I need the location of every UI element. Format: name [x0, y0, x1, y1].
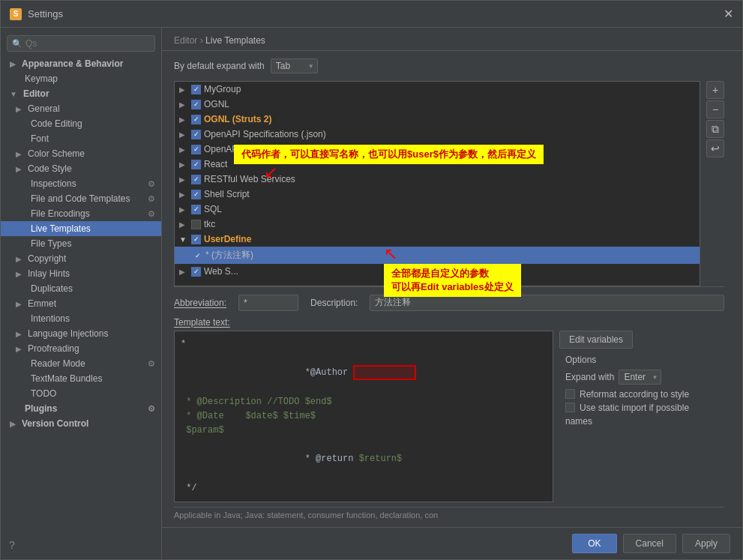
ok-button[interactable]: OK: [572, 534, 616, 553]
sidebar-item-emmet[interactable]: ▶ Emmet: [1, 296, 161, 311]
checkbox-openapi-json[interactable]: [191, 130, 201, 139]
checkbox-react[interactable]: [191, 160, 201, 169]
template-group-sql[interactable]: ▶ SQL: [175, 202, 700, 217]
sidebar-item-inspections[interactable]: Inspections ⚙: [1, 176, 161, 191]
sidebar-item-font[interactable]: Font: [1, 131, 161, 146]
reformat-row: Reformat according to style: [565, 389, 724, 400]
sidebar-item-keymap[interactable]: Keymap: [1, 71, 161, 86]
sidebar-label-keymap: Keymap: [25, 73, 58, 84]
expand-with-select[interactable]: Tab Enter Space: [271, 58, 318, 73]
checkbox-restful[interactable]: [191, 175, 201, 184]
sidebar-item-language-injections[interactable]: ▶ Language Injections: [1, 326, 161, 341]
add-template-button[interactable]: +: [706, 81, 724, 99]
templates-list: ▶ MyGroup ▶ OGNL: [174, 81, 700, 286]
reader-mode-badge-icon: ⚙: [148, 359, 155, 369]
template-group-tkc[interactable]: ▶ tkc: [175, 217, 700, 232]
breadcrumb-parent: Editor: [174, 35, 197, 46]
search-box[interactable]: 🔍: [7, 35, 155, 52]
sidebar-item-code-style[interactable]: ▶ Code Style: [1, 161, 161, 176]
expand-proof-icon: ▶: [16, 345, 22, 353]
apply-button[interactable]: Apply: [682, 534, 730, 553]
sidebar-item-plugins[interactable]: Plugins ⚙: [1, 401, 161, 416]
expand-label: By default expand with: [174, 61, 265, 71]
file-code-badge-icon: ⚙: [148, 194, 155, 204]
template-group-mygroup[interactable]: ▶ MyGroup: [175, 82, 700, 97]
sidebar-item-reader-mode[interactable]: Reader Mode ⚙: [1, 356, 161, 371]
sidebar-label-code-style: Code Style: [28, 163, 72, 174]
options-section: Options Expand with Enter Tab: [565, 355, 724, 430]
sidebar-item-textmate-bundles[interactable]: TextMate Bundles: [1, 371, 161, 386]
sidebar-label-plugins: Plugins: [25, 403, 57, 414]
collapse-arrow-icon: ▶: [10, 60, 16, 68]
sidebar-label-language-injections: Language Injections: [28, 328, 108, 339]
main-panel: Editor › Live Templates By default expan…: [162, 28, 742, 559]
sidebar-item-file-types[interactable]: File Types: [1, 236, 161, 251]
template-group-ognl-struts[interactable]: ▶ OGNL (Struts 2): [175, 112, 700, 127]
description-input[interactable]: [370, 295, 724, 311]
template-group-shell[interactable]: ▶ Shell Script: [175, 187, 700, 202]
code-line-1: *: [181, 337, 547, 352]
template-group-react[interactable]: ▶ React: [175, 157, 700, 172]
checkbox-openapi-yaml[interactable]: [191, 145, 201, 154]
sidebar-label-color-scheme: Color Scheme: [28, 148, 85, 159]
expand-vc-icon: ▶: [10, 420, 16, 428]
abbreviation-input[interactable]: [238, 295, 298, 311]
group-label-sql: SQL: [204, 204, 222, 214]
checkbox-ognl-struts[interactable]: [191, 115, 201, 124]
checkbox-sql[interactable]: [191, 205, 201, 214]
template-group-userdefine[interactable]: ▼ UserDefine: [175, 232, 700, 247]
copy-template-button[interactable]: ⧉: [706, 120, 724, 138]
breadcrumb: Editor › Live Templates: [162, 28, 742, 51]
sidebar-item-todo[interactable]: TODO: [1, 386, 161, 401]
expand-with-options-select[interactable]: Enter Tab: [619, 370, 661, 385]
checkbox-tkc[interactable]: [191, 220, 201, 229]
sidebar-item-file-code-templates[interactable]: File and Code Templates ⚙: [1, 191, 161, 206]
sidebar-item-copyright[interactable]: ▶ Copyright: [1, 251, 161, 266]
sidebar-item-code-editing[interactable]: Code Editing: [1, 116, 161, 131]
checkbox-method-comment[interactable]: [193, 250, 202, 260]
code-editor[interactable]: * *@Author * @Description //TODO $end$ *…: [174, 331, 553, 502]
sidebar-label-editor: Editor: [23, 88, 49, 99]
arrow-sql-icon: ▶: [179, 205, 188, 214]
template-group-web[interactable]: ▶ Web S...: [175, 264, 700, 279]
static-import-checkbox[interactable]: [565, 403, 575, 412]
help-button[interactable]: ?: [9, 539, 15, 551]
checkbox-userdefine[interactable]: [191, 235, 201, 244]
arrow-restful-icon: ▶: [179, 175, 188, 184]
checkbox-mygroup[interactable]: [191, 85, 201, 94]
sidebar-item-color-scheme[interactable]: ▶ Color Scheme: [1, 146, 161, 161]
remove-template-button[interactable]: −: [706, 100, 724, 118]
checkbox-shell[interactable]: [191, 190, 201, 199]
sidebar-item-duplicates[interactable]: Duplicates: [1, 281, 161, 296]
search-input[interactable]: [25, 38, 150, 49]
plugins-badge-icon: ⚙: [148, 404, 155, 414]
author-input-box[interactable]: [353, 365, 415, 380]
sidebar-label-intentions: Intentions: [31, 313, 70, 324]
sidebar-item-general[interactable]: ▶ General: [1, 101, 161, 116]
sidebar-item-proofreading[interactable]: ▶ Proofreading: [1, 341, 161, 356]
template-group-openapi-yaml[interactable]: ▶ OpenAPI Specifications (.yaml): [175, 142, 700, 157]
template-group-restful[interactable]: ▶ RESTful Web Services: [175, 172, 700, 187]
close-button[interactable]: ✕: [724, 7, 733, 21]
sidebar-item-file-encodings[interactable]: File Encodings ⚙: [1, 206, 161, 221]
sidebar-label-general: General: [28, 103, 60, 114]
template-group-openapi-json[interactable]: ▶ OpenAPI Specifications (.json): [175, 127, 700, 142]
checkbox-ognl[interactable]: [191, 100, 201, 109]
sidebar-item-live-templates[interactable]: Live Templates: [1, 221, 161, 236]
undo-template-button[interactable]: ↩: [706, 139, 724, 157]
sidebar-item-intentions[interactable]: Intentions: [1, 311, 161, 326]
template-item-method-comment[interactable]: * (方法注释): [175, 247, 700, 264]
names-label: names: [565, 416, 592, 427]
sidebar-item-inlay-hints[interactable]: ▶ Inlay Hints: [1, 266, 161, 281]
sidebar-item-appearance[interactable]: ▶ Appearance & Behavior: [1, 56, 161, 71]
checkbox-web[interactable]: [191, 267, 201, 277]
template-group-ognl[interactable]: ▶ OGNL: [175, 97, 700, 112]
expand-lang-icon: ▶: [16, 330, 22, 338]
reformat-checkbox[interactable]: [565, 389, 575, 399]
expand-with-row: Expand with Enter Tab: [565, 370, 724, 385]
edit-variables-button[interactable]: Edit variables: [559, 331, 633, 349]
cancel-button[interactable]: Cancel: [623, 534, 676, 553]
sidebar-item-editor[interactable]: ▼ Editor: [1, 86, 161, 101]
sidebar-item-version-control[interactable]: ▶ Version Control: [1, 416, 161, 431]
arrow-shell-icon: ▶: [179, 190, 188, 199]
